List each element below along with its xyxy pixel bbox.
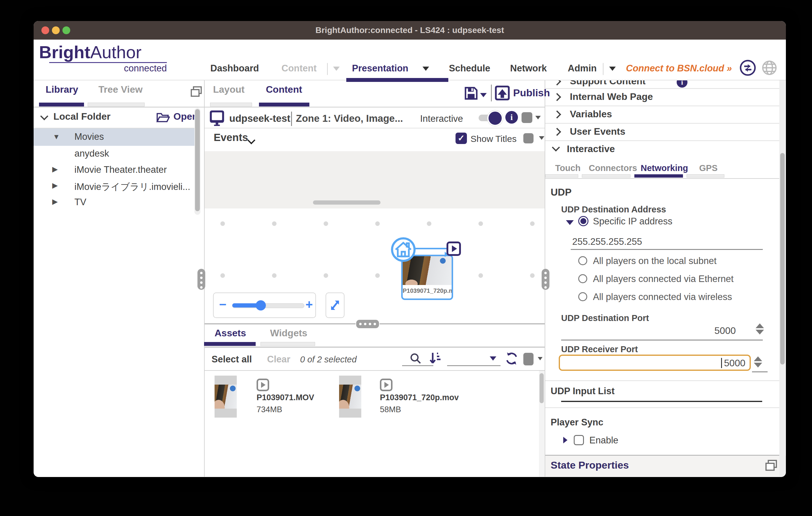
save-icon[interactable] [464, 86, 478, 101]
tree-collapse-icon[interactable]: ▶ [52, 165, 58, 173]
events-collapse-icon[interactable] [247, 136, 255, 144]
tab-content[interactable]: Content [266, 84, 302, 95]
local-folder-collapse-icon[interactable] [40, 112, 48, 120]
udp-recv-port-input[interactable]: 5000 [559, 355, 751, 371]
sidebar-scrollbar-thumb[interactable] [195, 109, 200, 211]
radio-specific-ip[interactable] [578, 216, 588, 226]
zoom-out-button[interactable]: − [219, 297, 227, 312]
zoom-in-button[interactable]: + [306, 297, 313, 312]
presentation-dropdown-icon[interactable] [423, 67, 429, 71]
tree-expand-icon[interactable]: ▼ [53, 132, 60, 141]
player-sync-expand-icon[interactable] [563, 437, 568, 444]
filter-dropdown-icon[interactable] [490, 356, 496, 361]
state-properties-bar[interactable]: State Properties [545, 456, 786, 477]
globe-icon[interactable] [762, 60, 777, 75]
section-internal-web-page[interactable]: Internal Web Page [545, 89, 779, 105]
dest-addr-collapse-icon[interactable] [566, 220, 574, 225]
home-node[interactable] [391, 237, 415, 262]
tab-assets[interactable]: Assets [214, 328, 246, 339]
title-bar[interactable]: BrightAuthor:connected - LS424 : udpseek… [34, 21, 786, 40]
nav-schedule[interactable]: Schedule [449, 61, 490, 75]
tree-row-imovie-theater[interactable]: ▶ iMovie Theater.theater [34, 162, 198, 178]
publish-icon[interactable] [494, 85, 511, 101]
tab-layout[interactable]: Layout [213, 84, 244, 95]
asset-thumb-frame[interactable] [339, 375, 361, 418]
left-splitter-handle[interactable] [198, 269, 205, 290]
select-all-button[interactable]: Select all [211, 354, 252, 365]
assets-scrollbar-thumb[interactable] [540, 373, 544, 403]
sort-icon[interactable] [429, 351, 442, 366]
view-mode-swatch[interactable] [523, 353, 533, 365]
tab-connectors[interactable]: Connectors [589, 163, 637, 173]
tab-gps[interactable]: GPS [699, 163, 718, 173]
panel-layout-icon[interactable] [764, 459, 778, 473]
info-icon[interactable]: i [505, 111, 518, 124]
titles-color-swatch[interactable] [523, 133, 533, 143]
tab-widgets[interactable]: Widgets [270, 328, 307, 339]
asset-name[interactable]: P1039071.MOV [257, 393, 314, 402]
radio-ethernet[interactable] [578, 274, 587, 283]
connect-bsn-link[interactable]: Connect to BSN.cloud » [626, 61, 732, 75]
content-dropdown-icon[interactable] [333, 67, 340, 71]
fit-canvas-button[interactable] [326, 293, 345, 318]
udp-ip-input[interactable]: 255.255.255.255 [572, 236, 642, 247]
nav-presentation[interactable]: Presentation [352, 61, 408, 75]
section-variables[interactable]: Variables [545, 106, 779, 123]
search-icon[interactable] [409, 352, 422, 365]
tree-row-tv[interactable]: ▶ TV [34, 194, 198, 211]
events-hscrollbar-thumb[interactable] [313, 201, 380, 205]
radio-wireless[interactable] [578, 292, 587, 301]
dest-port-stepper[interactable] [756, 324, 764, 334]
publish-button[interactable]: Publish [513, 87, 550, 99]
zone-color-swatch[interactable] [522, 112, 532, 123]
media-node-card[interactable]: P1039071_720p.mov [401, 255, 453, 300]
search-input-underline[interactable] [402, 365, 433, 366]
tree-row-imovie-library[interactable]: ▶ iMovieライブラリ.imovieli... [34, 178, 198, 194]
events-icon-strip: 200D Touch Synchro... [205, 151, 545, 209]
udp-input-list-field[interactable] [561, 401, 762, 402]
section-interactive[interactable]: Interactive [545, 141, 779, 158]
section-support-content[interactable]: Support Content i [545, 81, 779, 88]
filter-select-underline[interactable] [447, 365, 500, 366]
asset-thumb-frame[interactable] [214, 375, 237, 418]
nav-dashboard[interactable]: Dashboard [210, 61, 259, 75]
rightpanel-scrollbar-thumb[interactable] [780, 153, 785, 364]
right-splitter-handle[interactable] [542, 269, 549, 290]
tab-touch[interactable]: Touch [555, 163, 581, 173]
tree-row-movies[interactable]: ▼ Movies [34, 128, 198, 146]
info-icon[interactable]: i [677, 81, 688, 88]
tree-collapse-icon[interactable]: ▶ [52, 198, 58, 206]
nav-content[interactable]: Content [282, 61, 317, 75]
tab-tree-view[interactable]: Tree View [98, 84, 143, 95]
udp-dest-port-input[interactable]: 5000 [694, 325, 736, 336]
transfer-icon[interactable] [740, 59, 756, 76]
assets-drag-handle[interactable] [356, 319, 380, 329]
nav-admin[interactable]: Admin [568, 61, 597, 75]
radio-local-subnet[interactable] [578, 256, 587, 265]
local-folder-header[interactable]: Local Folder Open [34, 108, 198, 128]
tree-collapse-icon[interactable]: ▶ [52, 181, 58, 190]
tab-library[interactable]: Library [46, 84, 78, 95]
show-titles-checkbox[interactable]: ✓ [456, 132, 467, 144]
node-play-button[interactable] [446, 242, 461, 256]
recv-port-stepper[interactable] [754, 356, 762, 367]
interactive-canvas[interactable]: P1039071_720p.mov − + [205, 209, 545, 324]
titles-dropdown-icon[interactable] [539, 136, 544, 140]
admin-dropdown-icon[interactable] [609, 67, 616, 71]
nav-network[interactable]: Network [510, 61, 547, 75]
zone-dropdown-icon[interactable] [535, 116, 541, 119]
refresh-icon[interactable] [505, 352, 519, 365]
tab-networking[interactable]: Networking [641, 163, 688, 173]
interactive-toggle-knob[interactable] [487, 111, 503, 126]
save-dropdown-icon[interactable] [480, 93, 487, 97]
zone-label[interactable]: Zone 1: Video, Image... [296, 113, 403, 124]
zoom-slider-knob[interactable] [256, 300, 266, 310]
view-dropdown-icon[interactable] [538, 357, 543, 360]
tree-row-anydesk[interactable]: anydesk [34, 146, 198, 162]
player-sync-enable-checkbox[interactable] [574, 435, 584, 445]
panel-layout-icon[interactable] [190, 85, 203, 98]
folder-open-icon[interactable] [156, 112, 170, 123]
section-user-events[interactable]: User Events [545, 124, 779, 141]
asset-name[interactable]: P1039071_720p.mov [380, 393, 459, 402]
clear-button[interactable]: Clear [267, 354, 290, 365]
